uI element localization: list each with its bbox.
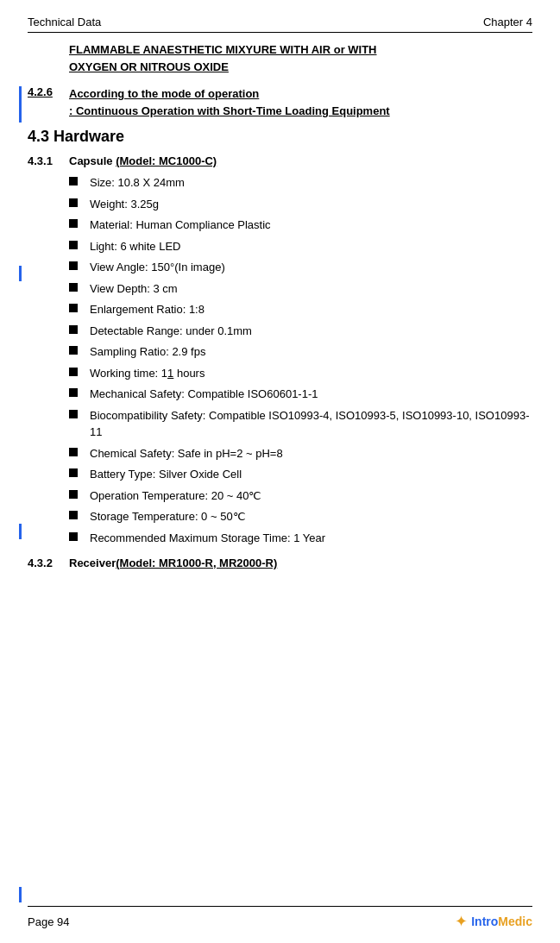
list-item: Mechanical Safety: Compatible ISO60601-1… bbox=[69, 386, 532, 403]
bullet-icon bbox=[69, 532, 78, 541]
bullet-icon bbox=[69, 388, 78, 397]
page: Technical Data Chapter 4 FLAMMABLE ANAES… bbox=[0, 0, 560, 943]
footer-logo: ✦ IntroMedic bbox=[455, 912, 532, 931]
section-432-num: 4.3.2 bbox=[28, 556, 69, 569]
section-431-title-plain: Capsule bbox=[69, 154, 116, 167]
bullet-text: Sampling Ratio: 2.9 fps bbox=[90, 343, 532, 361]
bullet-icon bbox=[69, 304, 78, 312]
page-header: Technical Data Chapter 4 bbox=[28, 16, 532, 33]
bullet-icon bbox=[69, 490, 78, 499]
bullet-icon bbox=[69, 283, 78, 292]
warning-line2: OXYGEN OR NITROUS OXIDE bbox=[69, 59, 532, 76]
section-426-num: 4.2.6 bbox=[28, 85, 69, 119]
bullet-icon bbox=[69, 177, 78, 185]
bullet-text: Size: 10.8 X 24mm bbox=[90, 174, 532, 192]
list-item: Chemical Safety: Safe in pH=2 ~ pH=8 bbox=[69, 445, 532, 462]
list-item: Detectable Range: under 0.1mm bbox=[69, 323, 532, 340]
section-431-title-link: (Model: MC1000-C) bbox=[116, 154, 217, 167]
section-431: 4.3.1 Capsule (Model: MC1000-C) bbox=[28, 154, 532, 167]
list-item: Weight: 3.25g bbox=[69, 196, 532, 213]
logo-text: IntroMedic bbox=[471, 915, 532, 928]
section-432-title: Receiver(Model: MR1000-R, MR2000-R) bbox=[69, 556, 277, 569]
list-item: Material: Human Compliance Plastic bbox=[69, 217, 532, 234]
section-432-title-plain: Receiver bbox=[69, 556, 116, 569]
list-item: View Depth: 3 cm bbox=[69, 280, 532, 298]
list-item: Sampling Ratio: 2.9 fps bbox=[69, 343, 532, 361]
bullet-icon bbox=[69, 261, 78, 270]
bullet-text: Detectable Range: under 0.1mm bbox=[90, 323, 532, 340]
warning-line1: FLAMMABLE ANAESTHETIC MIXYURE WITH AIR o… bbox=[69, 41, 532, 59]
section-426-line1: According to the mode of operation bbox=[69, 85, 390, 103]
page-footer: Page 94 ✦ IntroMedic bbox=[28, 906, 532, 931]
bullet-text: Light: 6 white LED bbox=[90, 238, 532, 255]
list-item: Biocompatibility Safety: Compatible ISO1… bbox=[69, 407, 532, 441]
capsule-specs-list: Size: 10.8 X 24mm Weight: 3.25g Material… bbox=[69, 174, 532, 546]
bullet-text: Operation Temperature: 20 ~ 40℃ bbox=[90, 487, 532, 505]
section-431-title: Capsule (Model: MC1000-C) bbox=[69, 154, 217, 167]
bullet-text: Battery Type: Silver Oxide Cell bbox=[90, 466, 532, 483]
bullet-text: Weight: 3.25g bbox=[90, 196, 532, 213]
bullet-text: Storage Temperature: 0 ~ 50℃ bbox=[90, 508, 532, 525]
section-432: 4.3.2 Receiver(Model: MR1000-R, MR2000-R… bbox=[28, 556, 532, 569]
bullet-icon bbox=[69, 410, 78, 418]
logo-star-icon: ✦ bbox=[455, 912, 468, 931]
bullet-text: Working time: 11 hours bbox=[90, 365, 532, 382]
left-bar-warning bbox=[19, 86, 22, 123]
header-right: Chapter 4 bbox=[483, 16, 532, 28]
bullet-text: Material: Human Compliance Plastic bbox=[90, 217, 532, 234]
bullet-text: Recommended Maximum Storage Time: 1 Year bbox=[90, 530, 532, 547]
warning-section: FLAMMABLE ANAESTHETIC MIXYURE WITH AIR o… bbox=[69, 41, 532, 75]
bullet-text: Enlargement Ratio: 1:8 bbox=[90, 301, 532, 318]
left-bar-432 bbox=[19, 887, 22, 902]
bullet-text: View Angle: 150°(In image) bbox=[90, 259, 532, 276]
bullet-icon bbox=[69, 368, 78, 376]
list-item: Battery Type: Silver Oxide Cell bbox=[69, 466, 532, 483]
section-431-num: 4.3.1 bbox=[28, 154, 69, 167]
bullet-text: Mechanical Safety: Compatible ISO60601-1… bbox=[90, 386, 532, 403]
header-left: Technical Data bbox=[28, 16, 101, 28]
list-item: Storage Temperature: 0 ~ 50℃ bbox=[69, 508, 532, 525]
bullet-text: View Depth: 3 cm bbox=[90, 280, 532, 298]
bullet-icon bbox=[69, 468, 78, 477]
left-bar-431 bbox=[19, 266, 22, 281]
list-item: Light: 6 white LED bbox=[69, 238, 532, 255]
hardware-heading: 4.3 Hardware bbox=[28, 128, 532, 146]
section-426-text: According to the mode of operation : Con… bbox=[69, 85, 390, 119]
section-432-title-link: (Model: MR1000-R, MR2000-R) bbox=[116, 556, 277, 569]
bullet-text: Biocompatibility Safety: Compatible ISO1… bbox=[90, 407, 532, 441]
list-item: Recommended Maximum Storage Time: 1 Year bbox=[69, 530, 532, 547]
bullet-icon bbox=[69, 448, 78, 456]
section-426-line2: : Continuous Operation with Short-Time L… bbox=[69, 103, 390, 120]
list-item: Size: 10.8 X 24mm bbox=[69, 174, 532, 192]
list-item-working-time: Working time: 11 hours bbox=[69, 365, 532, 382]
bullet-text: Chemical Safety: Safe in pH=2 ~ pH=8 bbox=[90, 445, 532, 462]
bullet-icon bbox=[69, 219, 78, 228]
bullet-icon bbox=[69, 198, 78, 207]
bullet-icon bbox=[69, 325, 78, 334]
left-bar-working-time bbox=[19, 524, 22, 539]
list-item: Operation Temperature: 20 ~ 40℃ bbox=[69, 487, 532, 505]
bullet-icon bbox=[69, 241, 78, 249]
bullet-icon bbox=[69, 346, 78, 355]
bullet-icon bbox=[69, 511, 78, 519]
list-item: Enlargement Ratio: 1:8 bbox=[69, 301, 532, 318]
footer-page-label: Page 94 bbox=[28, 915, 69, 928]
section-426: 4.2.6 According to the mode of operation… bbox=[28, 85, 532, 119]
list-item: View Angle: 150°(In image) bbox=[69, 259, 532, 276]
